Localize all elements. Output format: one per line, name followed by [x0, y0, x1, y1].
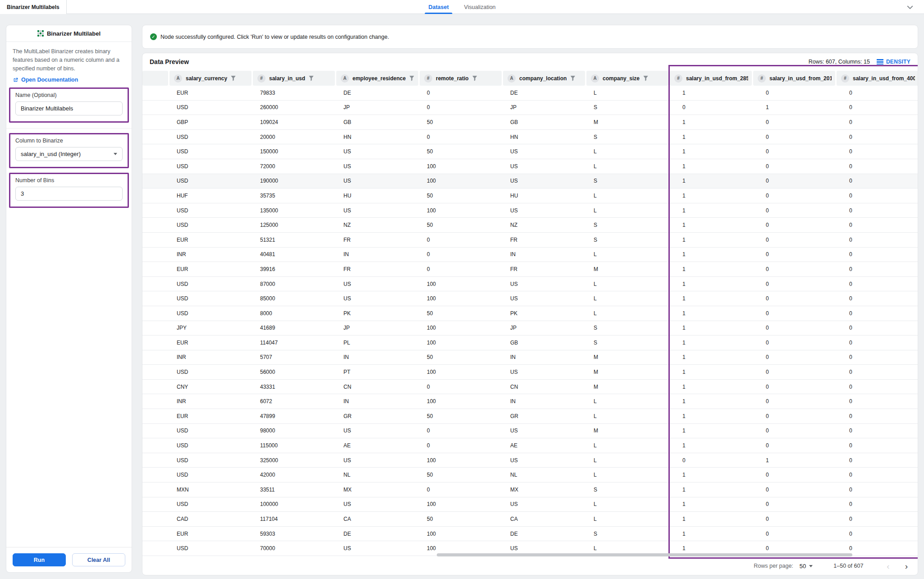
rows-columns-summary: Rows: 607, Columns: 15 [809, 59, 870, 65]
table-row: EUR114047PL100GBS100 [142, 335, 918, 350]
column-header-salary_currency[interactable]: Asalary_currency [169, 71, 252, 86]
node-config-panel: Binarizer Multilabel The MultiLabel Bina… [6, 25, 132, 573]
window-tab-title: Binarizer Multilabels [7, 4, 59, 10]
cell-salary_in_usd: 125000 [253, 222, 336, 228]
cell-salary_in_usd: 72000 [253, 163, 336, 170]
filter-icon[interactable] [643, 76, 648, 81]
density-toggle[interactable]: DENSITY [886, 59, 910, 65]
name-input[interactable]: Binarizer Multilabels [15, 101, 123, 115]
cell-employee_residence: NZ [336, 222, 420, 228]
external-link-icon [13, 77, 18, 83]
run-button[interactable]: Run [13, 553, 66, 566]
status-banner: ✓ Node successfully configured. Click 'R… [142, 25, 918, 49]
table-row: USD20000HN0HNS100 [142, 130, 918, 145]
cell-salary_in_usd_from_40095: 0 [837, 163, 918, 170]
cell-company_size: L [586, 472, 670, 478]
cell-salary_currency: USD [169, 472, 253, 478]
cell-remote_ratio: 0 [420, 104, 503, 110]
next-page-icon[interactable]: › [905, 562, 908, 570]
cell-salary_in_usd_from_40095: 0 [837, 427, 918, 434]
table-row: MXN33511MX0MXS100 [142, 482, 918, 497]
cell-employee_residence: HN [336, 134, 420, 140]
cell-salary_currency: EUR [169, 237, 253, 243]
data-preview-title: Data Preview [150, 58, 189, 65]
column-to-binarize-select[interactable]: salary_in_usd (Integer) [15, 147, 123, 161]
window-tab[interactable]: Binarizer Multilabels [0, 0, 67, 14]
cell-employee_residence: AE [336, 442, 420, 449]
cell-remote_ratio: 100 [420, 531, 503, 537]
tab-dataset[interactable]: Dataset [427, 0, 449, 14]
cell-company_location: US [503, 501, 586, 507]
tab-visualization[interactable]: Visualization [463, 0, 497, 14]
cell-company_size: L [586, 398, 670, 404]
cell-company_location: PK [503, 310, 586, 317]
table-header: Asalary_currency#salary_in_usdAemployee_… [142, 68, 918, 86]
cell-salary_currency: CAD [169, 516, 253, 522]
cell-company_size: M [586, 369, 670, 375]
cell-salary_in_usd_from_20190: 0 [753, 501, 837, 507]
cell-company_location: FR [503, 266, 586, 272]
filter-icon[interactable] [309, 76, 314, 81]
cell-salary_currency: USD [169, 134, 253, 140]
cell-remote_ratio: 50 [420, 516, 503, 522]
cell-salary_in_usd_from_20190: 0 [753, 178, 837, 184]
column-header-remote_ratio[interactable]: #remote_ratio [420, 71, 502, 86]
filter-icon[interactable] [570, 76, 575, 81]
clear-all-button[interactable]: Clear All [72, 553, 125, 566]
cell-remote_ratio: 100 [420, 545, 503, 551]
cell-salary_in_usd: 115000 [253, 442, 336, 449]
cell-company_location: NL [503, 472, 586, 478]
cell-salary_currency: EUR [169, 90, 253, 96]
cell-salary_in_usd_from_20190: 0 [753, 340, 837, 346]
cell-salary_currency: USD [169, 545, 253, 551]
cell-salary_in_usd_from_40095: 0 [837, 207, 918, 214]
column-header-employee_residence[interactable]: Aemployee_residence [336, 71, 418, 86]
cell-company_location: US [503, 427, 586, 434]
table-row: GBP109024GB50GBM100 [142, 115, 918, 130]
column-header-company_size[interactable]: Acompany_size [586, 71, 668, 86]
cell-salary_in_usd_from_2859_: 0 [670, 457, 753, 464]
cell-salary_in_usd_from_2859_: 1 [670, 90, 753, 96]
column-name: remote_ratio [436, 75, 469, 82]
cell-employee_residence: US [336, 457, 420, 464]
number-of-bins-input[interactable]: 3 [15, 187, 123, 201]
table-row: USD325000US100USL010 [142, 453, 918, 468]
previous-page-icon[interactable]: ‹ [887, 562, 889, 570]
cell-company_location: IN [503, 398, 586, 404]
column-name: salary_in_usd_from_20190 [769, 75, 832, 82]
density-icon[interactable] [877, 59, 883, 64]
cell-salary_in_usd_from_40095: 0 [837, 104, 918, 110]
cell-salary_in_usd: 47899 [253, 413, 336, 419]
rows-per-page-select[interactable]: 50 [800, 563, 813, 570]
open-documentation-link[interactable]: Open Documentation [13, 77, 125, 83]
cell-company_location: US [503, 148, 586, 155]
filter-icon[interactable] [409, 76, 414, 81]
cell-salary_in_usd_from_20190: 0 [753, 119, 837, 125]
cell-salary_in_usd: 42000 [253, 472, 336, 478]
chevron-down-icon[interactable] [904, 1, 916, 13]
column-name: salary_in_usd [269, 75, 305, 82]
column-header-salary_in_usd[interactable]: #salary_in_usd [253, 71, 335, 86]
cell-company_location: CN [503, 384, 586, 390]
cell-company_location: DE [503, 531, 586, 537]
cell-remote_ratio: 100 [420, 281, 503, 287]
filter-icon[interactable] [472, 76, 477, 81]
filter-icon[interactable] [231, 76, 236, 81]
cell-salary_currency: USD [169, 104, 253, 110]
horizontal-scrollbar[interactable] [437, 553, 852, 556]
cell-remote_ratio: 100 [420, 501, 503, 507]
column-header-salary_in_usd_from_2859_[interactable]: #salary_in_usd_from_2859_ [670, 71, 752, 86]
tab-visualization-label: Visualization [464, 4, 496, 10]
cell-salary_in_usd_from_40095: 0 [837, 531, 918, 537]
column-header-salary_in_usd_from_40095[interactable]: #salary_in_usd_from_40095 [837, 71, 918, 86]
cell-salary_in_usd_from_20190: 0 [753, 90, 837, 96]
cell-remote_ratio: 100 [420, 163, 503, 170]
cell-company_size: L [586, 163, 670, 170]
column-header-salary_in_usd_from_20190[interactable]: #salary_in_usd_from_20190 [753, 71, 835, 86]
cell-salary_in_usd_from_2859_: 1 [670, 501, 753, 507]
cell-salary_in_usd_from_20190: 0 [753, 222, 837, 228]
column-header-company_location[interactable]: Acompany_location [503, 71, 585, 86]
data-preview-card: Data Preview Rows: 607, Columns: 15 DENS… [142, 53, 918, 575]
cell-employee_residence: US [336, 281, 420, 287]
cell-salary_currency: USD [169, 442, 253, 449]
